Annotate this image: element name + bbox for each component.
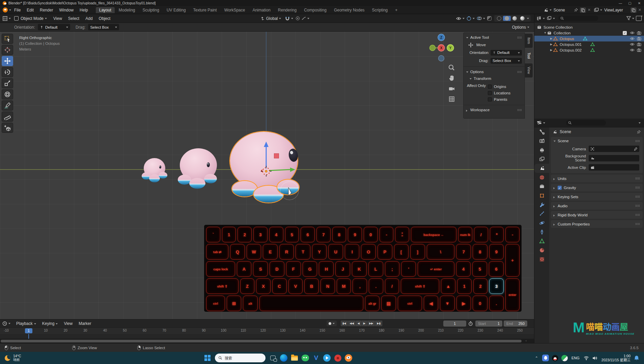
key-v[interactable]: V — [288, 278, 303, 294]
auto-key-button[interactable] — [327, 321, 337, 326]
tray-app-icon[interactable] — [542, 355, 549, 361]
blender-menu-icon[interactable] — [3, 7, 8, 12]
key-alt[interactable]: alt — [243, 296, 257, 311]
key-k[interactable]: K — [352, 261, 367, 277]
snap-magnet-icon[interactable] — [285, 16, 293, 21]
properties-editor-type[interactable] — [537, 121, 545, 125]
workspace-tab-uv-editing[interactable]: UV Editing — [163, 7, 189, 13]
properties-tab-collection[interactable] — [534, 182, 549, 191]
tray-qq-icon[interactable] — [552, 355, 558, 361]
timeline-scrollbar-track[interactable]: ‹ — [0, 339, 534, 343]
zoom-icon[interactable] — [448, 64, 455, 71]
key-c[interactable]: C — [272, 278, 287, 294]
outliner-filter-icon[interactable] — [626, 16, 634, 20]
pin-icon[interactable] — [637, 130, 641, 134]
expand-icon[interactable]: ▶ — [549, 43, 553, 46]
disable-render-icon[interactable] — [637, 37, 641, 40]
tool-add-cube[interactable] — [2, 123, 13, 133]
key-.[interactable]: . — [489, 296, 504, 311]
checkbox-locations[interactable]: Locations — [488, 90, 522, 96]
panel-gravity[interactable]: ✓Gravity — [551, 184, 643, 191]
visibility-dropdown[interactable] — [456, 17, 465, 21]
properties-search-input[interactable] — [566, 120, 606, 126]
eyedropper-icon[interactable] — [634, 147, 638, 151]
key-e[interactable]: E — [263, 244, 278, 260]
key-numpad-enter[interactable]: enter — [505, 278, 520, 311]
key-`[interactable]: ` — [206, 227, 220, 242]
hand-icon[interactable] — [448, 74, 455, 82]
properties-tab-texture[interactable] — [534, 255, 549, 264]
tray-expand-icon[interactable]: ⌃ — [535, 356, 538, 360]
panel-units[interactable]: Units — [551, 175, 643, 182]
key-2[interactable]: 2 — [237, 227, 252, 242]
key-8[interactable]: 8 — [473, 244, 487, 260]
proportional-edit-icon[interactable] — [296, 17, 309, 20]
tool-annotate[interactable] — [2, 100, 13, 111]
disable-render-icon[interactable] — [637, 31, 641, 35]
panel-keying-sets[interactable]: Keying Sets — [551, 193, 643, 201]
menu-window[interactable]: Window — [56, 8, 77, 12]
properties-tab-modifier[interactable] — [534, 200, 549, 209]
key-7[interactable]: 7 — [456, 244, 471, 260]
key-5[interactable]: 5 — [472, 261, 487, 277]
key-z[interactable]: Z — [240, 278, 255, 294]
taskbar-icon-blender[interactable] — [344, 354, 353, 362]
start-button[interactable] — [203, 354, 212, 362]
sidebar-drag-dropdown[interactable]: Select Box — [491, 58, 522, 64]
timeline-editor-type[interactable] — [2, 321, 10, 326]
key-'[interactable]: ' — [401, 261, 416, 277]
key-][interactable]: ] — [410, 244, 425, 260]
workspace-panel-header[interactable]: Workspace — [464, 107, 525, 113]
octopus-small[interactable] — [142, 157, 169, 184]
tool-cursor[interactable] — [2, 45, 13, 55]
shading-material[interactable] — [511, 16, 519, 21]
tool-scale[interactable] — [2, 78, 13, 88]
camera-field[interactable] — [589, 146, 639, 152]
outliner-filter-mode[interactable] — [547, 16, 555, 21]
tray-language[interactable]: ENG — [571, 356, 580, 360]
viewport-menu-add[interactable]: Add — [82, 16, 95, 21]
key-/[interactable]: / — [474, 227, 488, 242]
sidebar-tab-view[interactable]: View — [525, 63, 533, 78]
outliner-row-octopus-002[interactable]: ▶Octopus.002 — [534, 47, 644, 53]
key-2[interactable]: 2 — [473, 278, 488, 294]
outliner-display-mode[interactable] — [537, 16, 545, 21]
key-p[interactable]: P — [377, 244, 392, 260]
outliner-row-octopus[interactable]: ▶Octopus — [534, 36, 644, 41]
workspace-tab-sculpting[interactable]: Sculpting — [139, 7, 163, 13]
key-6[interactable]: 6 — [301, 227, 315, 242]
timeline-ruler[interactable]: 1 -1010203040506070809010011012013014015… — [0, 327, 534, 334]
key-g[interactable]: G — [303, 261, 317, 277]
panel-rigid-body-world[interactable]: Rigid Body World — [551, 211, 643, 219]
key-◀[interactable]: ◀ — [424, 296, 438, 311]
octopus-medium[interactable] — [177, 148, 221, 189]
workspace-tab-animation[interactable]: Animation — [249, 7, 274, 13]
checkbox-origins[interactable]: Origins — [488, 83, 522, 90]
expand-icon[interactable]: ▶ — [549, 49, 553, 52]
xray-toggle[interactable] — [487, 16, 492, 21]
viewport-menu-select[interactable]: Select — [65, 16, 82, 21]
hide-eye-icon[interactable] — [630, 42, 635, 46]
key-/[interactable]: / — [385, 278, 399, 294]
timeline-menu-view[interactable]: View — [61, 321, 76, 326]
menu-render[interactable]: Render — [37, 8, 56, 12]
outliner-row-octopus-001[interactable]: ▶Octopus.001 — [534, 41, 644, 47]
play-button[interactable]: ▶ — [362, 321, 367, 326]
key-m[interactable]: M — [337, 278, 351, 294]
maximize-button[interactable]: ▢ — [625, 0, 635, 6]
key-y[interactable]: Y — [312, 244, 327, 260]
shading-wireframe[interactable] — [495, 16, 503, 21]
key-w[interactable]: W — [247, 244, 261, 260]
scene-selector[interactable]: Scene ✕ — [543, 7, 591, 13]
new-scene-button[interactable] — [580, 7, 586, 13]
outliner-row-collection[interactable]: ▼Collection✓ — [534, 30, 644, 36]
editor-type-icon[interactable] — [3, 16, 7, 21]
key-3[interactable]: 3 — [489, 278, 504, 294]
notification-bell-icon[interactable] — [634, 355, 639, 361]
speaker-icon[interactable] — [592, 356, 597, 360]
key-alt-gr[interactable]: alt gr — [365, 296, 380, 311]
timeline-menu-marker[interactable]: Marker — [76, 321, 94, 326]
workspace-tab-+[interactable]: + — [392, 7, 401, 13]
timeline-menu-playback[interactable]: Playback — [13, 321, 39, 326]
prev-keyframe-button[interactable]: ◀◀ — [348, 321, 356, 326]
